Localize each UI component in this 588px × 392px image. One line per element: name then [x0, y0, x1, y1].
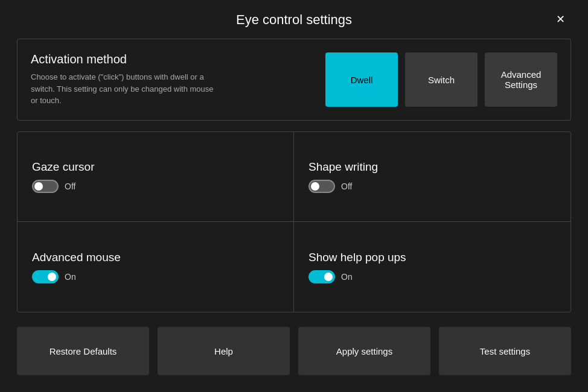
advanced-mouse-toggle[interactable] — [32, 270, 59, 283]
close-button[interactable]: ✕ — [549, 8, 571, 30]
restore-defaults-button[interactable]: Restore Defaults — [17, 327, 149, 375]
shape-writing-toggle[interactable] — [308, 180, 335, 193]
advanced-mouse-title: Advanced mouse — [32, 251, 279, 264]
show-help-title: Show help pop ups — [308, 251, 556, 264]
title-bar: Eye control settings ✕ — [17, 0, 571, 39]
dwell-button[interactable]: Dwell — [325, 52, 398, 107]
activation-description: Choose to activate ("click") buttons wit… — [31, 71, 218, 107]
advanced-mouse-label: On — [65, 272, 76, 282]
gaze-cursor-label: Off — [65, 182, 75, 191]
activation-section: Activation method Choose to activate ("c… — [17, 39, 571, 121]
advanced-mouse-toggle-row: On — [32, 270, 279, 283]
gaze-cursor-cell: Gaze cursor Off — [18, 132, 294, 222]
shape-writing-toggle-row: Off — [308, 180, 556, 193]
apply-settings-button[interactable]: Apply settings — [298, 327, 430, 375]
shape-writing-cell: Shape writing Off — [294, 132, 570, 222]
bottom-buttons: Restore Defaults Help Apply settings Tes… — [17, 327, 571, 375]
activation-text: Activation method Choose to activate ("c… — [31, 52, 236, 107]
show-help-toggle[interactable] — [308, 270, 335, 283]
test-settings-button[interactable]: Test settings — [439, 327, 571, 375]
help-button[interactable]: Help — [158, 327, 290, 375]
gaze-cursor-toggle[interactable] — [32, 180, 59, 193]
advanced-mouse-cell: Advanced mouse On — [18, 222, 294, 312]
switch-button[interactable]: Switch — [405, 52, 478, 107]
shape-writing-label: Off — [341, 182, 352, 191]
eye-control-settings-window: Eye control settings ✕ Activation method… — [0, 0, 588, 392]
shape-writing-title: Shape writing — [308, 160, 556, 174]
activation-heading: Activation method — [31, 52, 236, 66]
gaze-cursor-toggle-row: Off — [32, 180, 279, 193]
toggles-grid: Gaze cursor Off Shape writing Off Advanc… — [17, 131, 571, 312]
advanced-settings-button[interactable]: Advanced Settings — [485, 52, 557, 107]
gaze-cursor-title: Gaze cursor — [32, 160, 279, 174]
activation-buttons: Dwell Switch Advanced Settings — [325, 52, 557, 107]
show-help-toggle-row: On — [308, 270, 556, 283]
show-help-cell: Show help pop ups On — [294, 222, 570, 312]
show-help-label: On — [341, 272, 353, 282]
page-title: Eye control settings — [236, 12, 352, 28]
